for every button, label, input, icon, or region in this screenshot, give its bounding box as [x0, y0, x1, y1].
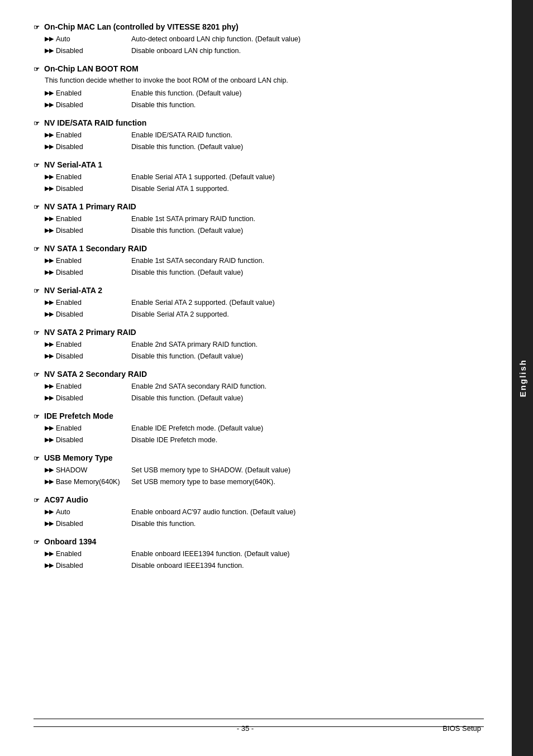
section-title-nv-serial-ata-1: ☞NV Serial-ATA 1	[34, 160, 484, 169]
option-description: Disable Serial ATA 2 supported.	[131, 309, 484, 320]
cursor-icon: ☞	[34, 371, 40, 379]
option-name: Disabled	[56, 225, 131, 236]
option-name: Disabled	[56, 99, 131, 111]
option-description: Auto-detect onboard LAN chip function. (…	[131, 34, 484, 45]
section-nv-sata-1-secondary-raid: ☞NV SATA 1 Secondary RAID▶▶EnabledEnable…	[34, 244, 484, 278]
sections-container: ☞On-Chip MAC Lan (controlled by VITESSE …	[34, 22, 484, 571]
option-row: ▶▶EnabledEnable 2nd SATA primary RAID fu…	[45, 339, 484, 350]
option-row: ▶▶EnabledEnable 1st SATA primary RAID fu…	[45, 213, 484, 224]
section-heading: NV SATA 2 Primary RAID	[44, 328, 136, 337]
section-heading: USB Memory Type	[44, 453, 113, 462]
section-title-nv-sata-1-secondary-raid: ☞NV SATA 1 Secondary RAID	[34, 244, 484, 253]
section-title-onboard-1394: ☞Onboard 1394	[34, 537, 484, 546]
section-nv-sata-1-primary-raid: ☞NV SATA 1 Primary RAID▶▶EnabledEnable 1…	[34, 202, 484, 236]
option-bullet-icon: ▶▶	[45, 88, 55, 99]
option-bullet-icon: ▶▶	[45, 465, 55, 476]
option-bullet-icon: ▶▶	[45, 226, 55, 236]
option-row: ▶▶EnabledEnable Serial ATA 1 supported. …	[45, 171, 484, 183]
option-name: SHADOW	[56, 465, 131, 476]
footer-line	[34, 719, 484, 722]
option-bullet-icon: ▶▶	[45, 519, 55, 529]
option-name: Disabled	[56, 141, 131, 152]
section-title-on-chip-mac-lan: ☞On-Chip MAC Lan (controlled by VITESSE …	[34, 22, 484, 31]
cursor-icon: ☞	[34, 23, 40, 31]
option-bullet-icon: ▶▶	[45, 46, 55, 56]
option-bullet-icon: ▶▶	[45, 298, 55, 308]
section-title-nv-sata-1-primary-raid: ☞NV SATA 1 Primary RAID	[34, 202, 484, 211]
option-description: Enable 1st SATA primary RAID function.	[131, 213, 484, 224]
section-heading: On-Chip LAN BOOT ROM	[44, 64, 139, 73]
option-name: Disabled	[56, 183, 131, 194]
page-container: ☞On-Chip MAC Lan (controlled by VITESSE …	[0, 0, 533, 756]
option-description: Enable IDE Prefetch mode. (Default value…	[131, 423, 484, 434]
option-row: ▶▶EnabledEnable 2nd SATA secondary RAID …	[45, 381, 484, 392]
option-row: ▶▶DisabledDisable Serial ATA 1 supported…	[45, 183, 484, 194]
footer-right-text: BIOS Setup	[442, 724, 481, 733]
cursor-icon: ☞	[34, 538, 40, 546]
option-row: ▶▶DisabledDisable this function.	[45, 518, 484, 529]
option-row: ▶▶SHADOWSet USB memory type to SHADOW. (…	[45, 465, 484, 476]
option-bullet-icon: ▶▶	[45, 309, 55, 320]
section-title-ac97-audio: ☞AC97 Audio	[34, 495, 484, 504]
option-row: ▶▶DisabledDisable this function. (Defaul…	[45, 225, 484, 236]
option-row: ▶▶DisabledDisable onboard IEEE1394 funct…	[45, 560, 484, 571]
section-title-nv-ide-sata-raid: ☞NV IDE/SATA RAID function	[34, 118, 484, 127]
option-description: Disable this function. (Default value)	[131, 351, 484, 362]
option-bullet-icon: ▶▶	[45, 549, 55, 559]
option-description: Enable this function. (Default value)	[131, 88, 484, 99]
option-description: Enable onboard AC'97 audio function. (De…	[131, 506, 484, 518]
option-name: Enabled	[56, 423, 131, 434]
option-bullet-icon: ▶▶	[45, 423, 55, 434]
option-description: Disable this function. (Default value)	[131, 141, 484, 152]
section-heading: NV SATA 2 Secondary RAID	[44, 370, 147, 379]
option-description: Enable 1st SATA secondary RAID function.	[131, 255, 484, 266]
section-ac97-audio: ☞AC97 Audio▶▶AutoEnable onboard AC'97 au…	[34, 495, 484, 529]
section-usb-memory-type: ☞USB Memory Type▶▶SHADOWSet USB memory t…	[34, 453, 484, 487]
cursor-icon: ☞	[34, 413, 40, 420]
option-name: Disabled	[56, 267, 131, 278]
option-row: ▶▶DisabledDisable onboard LAN chip funct…	[45, 45, 484, 56]
cursor-icon: ☞	[34, 245, 40, 253]
section-heading: NV IDE/SATA RAID function	[44, 118, 146, 127]
section-heading: NV SATA 1 Primary RAID	[44, 202, 136, 211]
cursor-icon: ☞	[34, 119, 40, 127]
section-heading: NV Serial-ATA 1	[44, 160, 102, 169]
option-name: Enabled	[56, 548, 131, 559]
section-nv-serial-ata-2: ☞NV Serial-ATA 2▶▶EnabledEnable Serial A…	[34, 286, 484, 320]
option-row: ▶▶DisabledDisable this function. (Defaul…	[45, 141, 484, 152]
option-name: Enabled	[56, 171, 131, 183]
section-heading: IDE Prefetch Mode	[44, 412, 113, 420]
option-row: ▶▶DisabledDisable this function. (Defaul…	[45, 393, 484, 404]
option-row: ▶▶EnabledEnable this function. (Default …	[45, 88, 484, 99]
option-name: Disabled	[56, 434, 131, 446]
option-row: ▶▶EnabledEnable IDE Prefetch mode. (Defa…	[45, 423, 484, 434]
option-bullet-icon: ▶▶	[45, 393, 55, 404]
option-bullet-icon: ▶▶	[45, 34, 55, 45]
option-name: Enabled	[56, 339, 131, 350]
option-bullet-icon: ▶▶	[45, 339, 55, 350]
section-title-nv-serial-ata-2: ☞NV Serial-ATA 2	[34, 286, 484, 295]
option-name: Enabled	[56, 88, 131, 99]
option-name: Base Memory(640K)	[56, 476, 131, 487]
option-bullet-icon: ▶▶	[45, 561, 55, 571]
section-nv-ide-sata-raid: ☞NV IDE/SATA RAID function▶▶EnabledEnabl…	[34, 118, 484, 152]
option-name: Enabled	[56, 381, 131, 392]
option-description: Enable Serial ATA 2 supported. (Default …	[131, 297, 484, 308]
option-name: Disabled	[56, 45, 131, 56]
option-row: ▶▶Base Memory(640K)Set USB memory type t…	[45, 476, 484, 487]
option-row: ▶▶DisabledDisable this function.	[45, 99, 484, 111]
section-heading: Onboard 1394	[44, 537, 96, 546]
option-name: Enabled	[56, 297, 131, 308]
option-bullet-icon: ▶▶	[45, 100, 55, 111]
option-description: Enable 2nd SATA primary RAID function.	[131, 339, 484, 350]
option-description: Enable onboard IEEE1394 function. (Defau…	[131, 548, 484, 559]
option-description: Enable IDE/SATA RAID function.	[131, 130, 484, 141]
cursor-icon: ☞	[34, 161, 40, 169]
option-name: Disabled	[56, 351, 131, 362]
option-bullet-icon: ▶▶	[45, 256, 55, 266]
option-name: Disabled	[56, 560, 131, 571]
option-description: Disable this function. (Default value)	[131, 225, 484, 236]
cursor-icon: ☞	[34, 203, 40, 211]
section-on-chip-lan-boot-rom: ☞On-Chip LAN BOOT ROMThis function decid…	[34, 64, 484, 111]
option-description: Disable this function.	[131, 99, 484, 111]
